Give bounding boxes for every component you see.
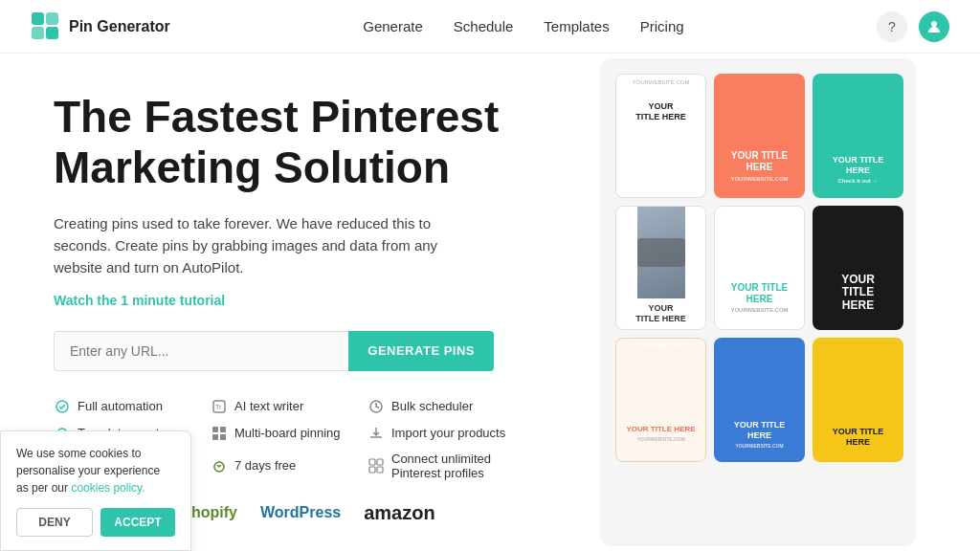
hero-subtext: Creating pins used to take forever. We h… (54, 212, 475, 279)
pin8-text: YOUR TITLEHERE YOURWEBSITE.COM (730, 407, 790, 463)
cookie-text: We use some cookies to personalise your … (16, 445, 175, 496)
feature-multiboard: Multi-board pinning (211, 425, 368, 442)
cookie-policy-link[interactable]: cookies policy. (71, 481, 145, 495)
user-icon (926, 19, 942, 34)
navbar: Pin Generator Generate Schedule Template… (0, 0, 980, 54)
cookie-deny-button[interactable]: DENY (16, 508, 93, 537)
pin2-text: YOUR TITLEHERE YOURWEBSITE.COM (726, 136, 791, 198)
watch-tutorial-link[interactable]: Watch the 1 minute tutorial (54, 293, 524, 308)
svg-rect-12 (220, 427, 226, 432)
pin-card-3: YOUR TITLEHERE Check it out → (813, 74, 903, 198)
pin1-top: YOURWEBSITE.COM (629, 75, 694, 88)
url-input-row: GENERATE PINS (54, 331, 494, 371)
pin3-text: YOUR TITLEHERE Check it out → (829, 143, 888, 199)
pin-card-9: YOUR TITLEHERE (813, 338, 903, 462)
nav-templates[interactable]: Templates (544, 18, 609, 34)
svg-rect-13 (212, 434, 218, 440)
feature-import-label: Import your products (391, 426, 505, 440)
svg-rect-0 (32, 12, 44, 25)
pin-card-6: YOURTITLEHERE (813, 206, 903, 330)
pin2-title: YOUR TITLEHERE (731, 150, 788, 173)
pin6-title: YOURTITLEHERE (841, 274, 875, 312)
feature-days-label: 7 days free (234, 458, 296, 473)
feature-days: 7 days free (211, 452, 368, 480)
feature-bulk-label: Bulk scheduler (391, 399, 473, 413)
pin7-url: YOURWEBSITE.COM (636, 436, 684, 442)
logo[interactable]: Pin Generator (31, 11, 170, 42)
pin6-text: YOURTITLEHERE (837, 255, 879, 330)
nav-pricing[interactable]: Pricing (640, 18, 684, 34)
svg-text:Tr: Tr (215, 404, 222, 410)
pin5-title: YOUR TITLEHERE (731, 282, 788, 305)
feature-connect: Connect unlimited Pinterest profiles (368, 452, 524, 480)
svg-rect-16 (369, 459, 375, 465)
cookie-buttons: DENY ACCEPT (16, 508, 175, 537)
svg-rect-1 (46, 12, 58, 25)
multiboard-icon (211, 425, 228, 442)
pin9-title: YOUR TITLEHERE (833, 427, 884, 448)
pin-card-8: YOUR TITLEHERE YOURWEBSITE.COM (714, 338, 805, 462)
pin-gallery-section: YOURWEBSITE.COM YOURTITLE HERE YOURWEBSI… (555, 54, 980, 551)
pin9-text: YOUR TITLEHERE (829, 412, 888, 462)
svg-rect-19 (377, 467, 383, 473)
feature-automation-label: Full automation (78, 399, 163, 413)
pin1-title: YOURTITLE HERE (635, 101, 686, 122)
bulk-icon (368, 398, 385, 415)
connect-icon (368, 457, 385, 474)
pin-card-4: YOURTITLE HERE (615, 206, 706, 330)
generate-button[interactable]: GENERATE PINS (348, 331, 494, 371)
help-button[interactable]: ? (877, 11, 907, 42)
svg-rect-14 (220, 434, 226, 440)
days-icon (211, 457, 228, 474)
svg-point-4 (931, 21, 937, 27)
import-icon (368, 425, 385, 442)
svg-rect-18 (369, 467, 375, 473)
nav-schedule[interactable]: Schedule (454, 18, 514, 34)
pin5-text: YOUR TITLEHERE YOURWEBSITE.COM (726, 268, 791, 329)
feature-ai-label: AI text writer (234, 399, 303, 413)
feature-multiboard-label: Multi-board pinning (234, 426, 341, 440)
url-input[interactable] (54, 331, 348, 371)
nav-icons: ? (877, 11, 949, 42)
cookie-banner: We use some cookies to personalise your … (0, 430, 191, 551)
wordpress-logo: WordPress (260, 504, 341, 521)
pin7-title: YOUR TITLE HERE (626, 425, 695, 434)
nav-generate[interactable]: Generate (363, 18, 423, 34)
ai-icon: Tr (211, 398, 228, 415)
pin5-url: YOURWEBSITE.COM (730, 307, 788, 314)
pin-card-5: YOUR TITLEHERE YOURWEBSITE.COM (714, 206, 805, 330)
pin-card-2: YOUR TITLEHERE YOURWEBSITE.COM (714, 74, 805, 198)
pin-card-1: YOURWEBSITE.COM YOURTITLE HERE YOURWEBSI… (615, 74, 706, 198)
automation-icon (54, 398, 71, 415)
pin2-url: YOURWEBSITE.COM (730, 176, 788, 183)
feature-connect-label: Connect unlimited Pinterest profiles (391, 452, 524, 480)
feature-ai: Tr AI text writer (211, 398, 368, 415)
pin3-title: YOUR TITLEHERE (833, 155, 884, 176)
svg-rect-2 (32, 27, 44, 39)
pin4-text: YOURTITLE HERE (632, 298, 690, 329)
nav-links: Generate Schedule Templates Pricing (363, 18, 683, 34)
user-button[interactable] (919, 11, 949, 42)
amazon-logo: amazon (364, 502, 434, 524)
pin1-middle: YOURTITLE HERE (632, 88, 690, 136)
feature-bulk: Bulk scheduler (368, 398, 524, 415)
pin4-title: YOURTITLE HERE (635, 303, 686, 324)
pin-card-7: YOURWEBSITE.COM YOUR TITLE HERE YOURWEBS… (615, 338, 706, 462)
pin8-url: YOURWEBSITE.COM (735, 443, 783, 449)
logo-icon (31, 11, 61, 42)
svg-rect-11 (212, 427, 218, 432)
logo-text: Pin Generator (69, 18, 170, 35)
hero-headline: The Fastest Pinterest Marketing Solution (54, 92, 524, 193)
pin3-link: Check it out → (837, 178, 878, 185)
feature-automation: Full automation (54, 398, 211, 415)
pin4-image (637, 207, 685, 298)
pin8-title: YOUR TITLEHERE (734, 420, 786, 441)
svg-rect-3 (46, 27, 58, 39)
pin7-text: YOUR TITLE HERE YOURWEBSITE.COM (622, 406, 699, 461)
svg-rect-17 (377, 459, 383, 465)
feature-import: Import your products (368, 425, 524, 442)
pin-gallery: YOURWEBSITE.COM YOURTITLE HERE YOURWEBSI… (600, 58, 916, 546)
cookie-accept-button[interactable]: ACCEPT (100, 508, 175, 537)
